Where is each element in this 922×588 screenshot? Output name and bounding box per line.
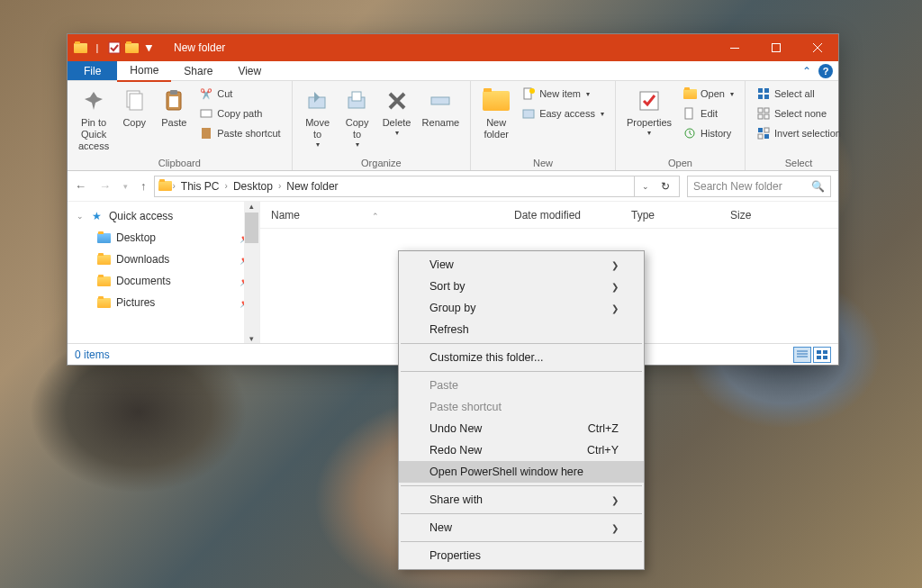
scroll-up-icon[interactable]: ▴: [249, 202, 254, 211]
menu-share-with[interactable]: Share with❯: [399, 489, 644, 511]
copy-path-button[interactable]: Copy path: [195, 104, 284, 122]
scroll-down-icon[interactable]: ▾: [249, 334, 254, 343]
menu-group-by[interactable]: Group by❯: [399, 297, 644, 319]
menu-sort-by[interactable]: Sort by❯: [399, 276, 644, 297]
menu-view[interactable]: View❯: [399, 254, 644, 276]
edit-button[interactable]: Edit: [679, 104, 737, 122]
folder-icon: [96, 295, 111, 310]
folder-qat-icon[interactable]: [124, 41, 139, 55]
tree-quick-access[interactable]: ⌄ ★ Quick access: [68, 205, 259, 227]
invert-selection-button[interactable]: Invert selection: [753, 124, 845, 142]
ribbon-group-new: New folder New item▾ Easy access▾ New: [471, 81, 616, 170]
ribbon-tabs: File Home Share View ⌃ ?: [68, 61, 838, 81]
back-button[interactable]: ←: [75, 179, 86, 193]
menu-undo[interactable]: Undo NewCtrl+Z: [399, 418, 644, 439]
menu-new[interactable]: New❯: [399, 517, 644, 538]
ribbon-group-open: Properties▾ Open▾ Edit History Open: [616, 81, 746, 170]
tab-share[interactable]: Share: [171, 61, 225, 81]
tab-home[interactable]: Home: [117, 60, 171, 82]
chevron-right-icon: ❯: [611, 523, 619, 533]
select-none-button[interactable]: Select none: [753, 104, 845, 122]
paste-icon: [159, 86, 188, 115]
folder-icon: [73, 41, 87, 55]
open-icon: [682, 86, 697, 101]
new-folder-button[interactable]: New folder: [478, 85, 514, 142]
svg-rect-26: [758, 114, 763, 119]
scroll-thumb[interactable]: [245, 213, 258, 243]
crumb-current[interactable]: New folder: [281, 180, 343, 193]
up-button[interactable]: ↑: [140, 179, 147, 193]
svg-rect-16: [523, 110, 534, 118]
properties-qat-icon[interactable]: [107, 41, 122, 55]
svg-rect-27: [764, 114, 769, 119]
move-to-button[interactable]: Move to▾: [300, 85, 336, 151]
help-icon[interactable]: ?: [818, 64, 833, 78]
titlebar[interactable]: | ⯆ New folder: [68, 34, 838, 61]
pin-quick-access-button[interactable]: Pin to Quick access: [75, 85, 113, 155]
copy-to-button[interactable]: Copy to▾: [339, 85, 375, 151]
new-item-button[interactable]: New item▾: [518, 85, 608, 103]
svg-rect-37: [817, 356, 821, 359]
refresh-button[interactable]: ↻: [655, 180, 675, 193]
crumb-desktop[interactable]: Desktop: [228, 180, 278, 193]
breadcrumb[interactable]: › This PC › Desktop › New folder ⌄ ↻: [154, 176, 681, 197]
qat-dropdown-icon[interactable]: ⯆: [141, 41, 156, 55]
column-size[interactable]: Size: [719, 209, 762, 222]
details-view-button[interactable]: [793, 347, 811, 363]
tree-downloads[interactable]: Downloads📌: [68, 249, 259, 270]
menu-open-powershell[interactable]: Open PowerShell window here: [399, 461, 644, 483]
column-date[interactable]: Date modified: [503, 209, 620, 222]
menu-properties[interactable]: Properties: [399, 545, 644, 566]
folder-icon: [96, 231, 111, 245]
tree-desktop[interactable]: Desktop📌: [68, 227, 259, 249]
svg-rect-20: [758, 88, 763, 93]
tab-view[interactable]: View: [225, 61, 274, 81]
delete-button[interactable]: Delete▾: [379, 85, 415, 140]
context-menu: View❯ Sort by❯ Group by❯ Refresh Customi…: [398, 250, 645, 570]
close-button[interactable]: [797, 34, 838, 61]
menu-separator: [401, 541, 642, 542]
menu-redo[interactable]: Redo NewCtrl+Y: [399, 439, 644, 461]
svg-rect-30: [758, 134, 763, 139]
tab-file[interactable]: File: [68, 61, 117, 80]
chevron-right-icon: ❯: [611, 495, 619, 505]
forward-button[interactable]: →: [99, 179, 111, 193]
new-item-icon: [521, 86, 536, 101]
easy-access-button[interactable]: Easy access▾: [518, 104, 608, 122]
rename-button[interactable]: Rename: [419, 85, 464, 131]
icons-view-button[interactable]: [813, 347, 831, 363]
svg-rect-9: [202, 128, 211, 139]
column-type[interactable]: Type: [620, 209, 719, 222]
paste-shortcut-button[interactable]: Paste shortcut: [195, 124, 284, 142]
recent-locations-icon[interactable]: ▾: [123, 182, 128, 191]
select-all-icon: [756, 86, 771, 101]
nav-scrollbar[interactable]: ▴ ▾: [244, 202, 259, 343]
select-all-button[interactable]: Select all: [753, 85, 845, 103]
open-button[interactable]: Open▾: [679, 85, 737, 103]
ribbon-group-organize: Move to▾ Copy to▾ Delete▾ Rename Organiz…: [293, 81, 472, 170]
properties-button[interactable]: Properties▾: [623, 85, 675, 140]
crumb-this-pc[interactable]: This PC: [176, 180, 225, 193]
menu-refresh[interactable]: Refresh: [399, 319, 644, 340]
tree-documents[interactable]: Documents📌: [68, 270, 259, 292]
paste-button[interactable]: Paste: [156, 85, 192, 131]
edit-icon: [682, 106, 697, 121]
svg-rect-22: [758, 95, 763, 99]
menu-paste: Paste: [399, 375, 644, 396]
sort-indicator-icon: ⌃: [372, 212, 379, 221]
search-input[interactable]: Search New folder 🔍: [687, 176, 831, 197]
address-dropdown-icon[interactable]: ⌄: [642, 182, 649, 191]
menu-customize[interactable]: Customize this folder...: [399, 347, 644, 368]
minimize-button[interactable]: [714, 34, 755, 61]
invert-selection-icon: [756, 126, 771, 140]
tree-pictures[interactable]: Pictures📌: [68, 292, 259, 313]
maximize-button[interactable]: [755, 34, 797, 61]
history-button[interactable]: History: [679, 124, 737, 142]
ribbon-group-clipboard: Pin to Quick access Copy Paste ✂️Cut Cop…: [68, 81, 293, 170]
copy-button[interactable]: Copy: [116, 85, 152, 131]
cut-button[interactable]: ✂️Cut: [195, 85, 284, 103]
collapse-ribbon-icon[interactable]: ⌃: [802, 65, 811, 77]
svg-rect-28: [758, 128, 763, 132]
column-name[interactable]: Name⌃: [260, 209, 503, 222]
svg-rect-38: [823, 356, 827, 359]
